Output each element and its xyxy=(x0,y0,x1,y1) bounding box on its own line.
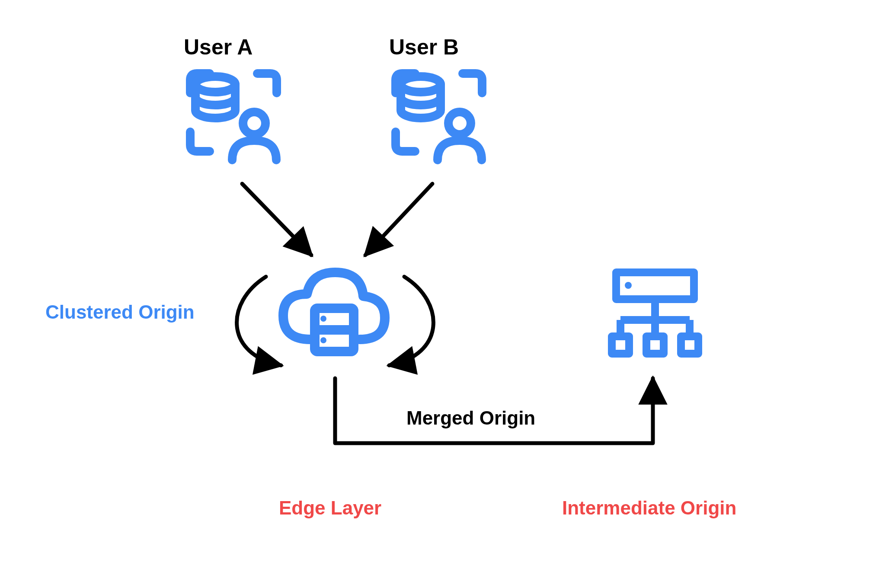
arrow-loop-right xyxy=(389,277,433,365)
diagram-canvas: User A User B Clustered Origin Merged Or… xyxy=(0,0,876,588)
arrow-merged-origin xyxy=(335,378,653,443)
arrow-user-a-to-cloud xyxy=(242,184,311,255)
arrow-user-b-to-cloud xyxy=(365,184,432,255)
arrow-loop-left xyxy=(237,277,281,365)
arrows-svg xyxy=(0,0,876,588)
